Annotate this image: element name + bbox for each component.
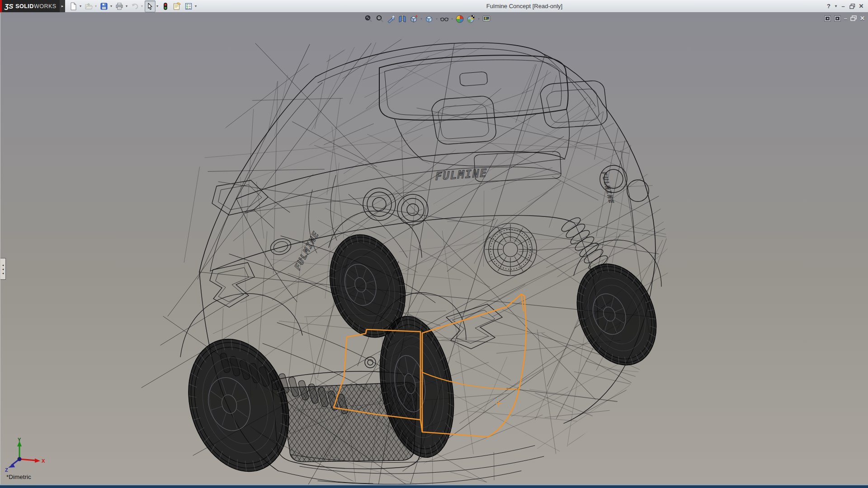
- solidworks-logo: ƷS SOLIDWORKS: [0, 0, 60, 12]
- help-button[interactable]: ?: [825, 2, 833, 11]
- previous-view-button[interactable]: [386, 14, 396, 24]
- svg-text:FULMINE: FULMINE: [600, 172, 616, 204]
- section-view-icon: [398, 14, 407, 23]
- tile-right-button[interactable]: [834, 15, 841, 22]
- options-icon: [184, 2, 193, 10]
- tile-left-icon: [824, 15, 831, 22]
- restore-button[interactable]: [848, 2, 856, 11]
- logo-text-light: WORKS: [34, 3, 57, 9]
- doc-minimize-button[interactable]: –: [844, 15, 847, 22]
- undo-button[interactable]: [129, 0, 140, 12]
- zoom-to-fit-button[interactable]: [363, 14, 373, 24]
- select-button[interactable]: [145, 0, 156, 12]
- rebuild-traffic-light-icon: [161, 2, 170, 10]
- minimize-button[interactable]: –: [839, 2, 847, 11]
- solidworks-logo-glyph: ƷS: [5, 2, 13, 10]
- collapsed-panel-tab[interactable]: ◂ ◂ ◂: [0, 258, 6, 280]
- doc-restore-button[interactable]: [850, 15, 857, 21]
- undo-dropdown-arrow[interactable]: ▾: [141, 4, 144, 8]
- print-icon: [115, 2, 123, 10]
- menu-expand-arrow[interactable]: ▸: [60, 0, 65, 12]
- doc-close-button[interactable]: ✕: [860, 15, 865, 22]
- main-toolbar: ▾ ▾ ▾: [68, 0, 198, 12]
- appearance-ball-icon: [455, 14, 464, 23]
- triad-z-label: Z: [5, 467, 8, 473]
- options-dropdown-arrow[interactable]: ▾: [194, 4, 198, 8]
- open-dropdown-arrow[interactable]: ▾: [94, 4, 98, 8]
- triad-y-label: Y: [18, 437, 21, 442]
- window-controls: ? ▾ – ✕: [825, 0, 865, 12]
- close-button[interactable]: ✕: [857, 2, 865, 11]
- print-dropdown-arrow[interactable]: ▾: [125, 4, 129, 8]
- edit-appearance-button[interactable]: [455, 14, 465, 24]
- restore-icon: [849, 4, 855, 9]
- document-window-controls: – ✕: [824, 15, 865, 22]
- collapse-arrow-icon: ◂: [2, 263, 4, 267]
- new-document-button[interactable]: [68, 0, 79, 12]
- svg-text:FULMINE: FULMINE: [434, 166, 488, 183]
- open-button[interactable]: [83, 0, 94, 12]
- title-bar: ƷS SOLIDWORKS ▸ ▾ ▾: [0, 0, 868, 13]
- new-document-icon: [69, 2, 77, 10]
- graphics-viewport[interactable]: FULMINEFULMINEFULMINE: [0, 13, 868, 484]
- save-icon: [100, 2, 108, 10]
- zoom-to-area-button[interactable]: [375, 14, 385, 24]
- tile-right-icon: [834, 15, 841, 22]
- view-orientation-icon: [409, 14, 418, 23]
- toolbar-separator: ▾: [477, 14, 480, 24]
- rebuild-button[interactable]: [160, 0, 171, 12]
- view-orientation-label: *Dimetric: [6, 474, 31, 480]
- toolbar-separator: ▾: [420, 14, 423, 24]
- help-dropdown-arrow[interactable]: ▾: [834, 2, 838, 11]
- file-properties-icon: [173, 2, 181, 10]
- print-button[interactable]: [114, 0, 125, 12]
- display-style-icon: [425, 14, 434, 23]
- triad-x-label: X: [42, 458, 45, 464]
- wireframe-car-model[interactable]: FULMINEFULMINEFULMINE: [0, 13, 868, 484]
- toolbar-separator: ▾: [451, 14, 453, 24]
- glasses-icon: [440, 14, 449, 23]
- view-settings-button[interactable]: [481, 14, 491, 24]
- section-view-button[interactable]: [397, 14, 407, 24]
- logo-text-bold: SOLID: [15, 3, 34, 9]
- toolbar-separator: ▾: [435, 14, 438, 24]
- svg-text:FULMINE: FULMINE: [293, 228, 321, 273]
- display-style-button[interactable]: [424, 14, 434, 24]
- window-title: Fulmine Concept [Read-only]: [486, 0, 562, 12]
- file-properties-button[interactable]: [171, 0, 183, 12]
- new-dropdown-arrow[interactable]: ▾: [79, 4, 83, 8]
- bottom-edge-bar: [0, 484, 868, 488]
- apply-scene-icon: [467, 14, 476, 23]
- heads-up-view-toolbar: ▾ ▾ ▾: [363, 14, 491, 24]
- apply-scene-button[interactable]: [466, 14, 476, 24]
- view-settings-icon: [482, 14, 491, 23]
- save-button[interactable]: [99, 0, 109, 12]
- zoom-to-area-icon: [375, 14, 384, 23]
- orientation-triad: Y X Z: [2, 437, 47, 473]
- collapse-arrow-icon: ◂: [2, 267, 4, 271]
- options-button[interactable]: [183, 0, 194, 12]
- view-orientation-button[interactable]: [409, 14, 419, 24]
- undo-icon: [131, 2, 139, 10]
- logo-red-strip: [0, 0, 2, 12]
- previous-view-icon: [387, 14, 396, 23]
- collapse-arrow-icon: ◂: [2, 272, 4, 275]
- select-cursor-icon: [146, 2, 154, 10]
- save-dropdown-arrow[interactable]: ▾: [110, 4, 113, 8]
- hide-show-items-button[interactable]: [439, 14, 449, 24]
- select-dropdown-arrow[interactable]: ▾: [156, 4, 160, 8]
- doc-restore-icon: [850, 15, 857, 21]
- zoom-to-fit-icon: [364, 14, 373, 23]
- tile-left-button[interactable]: [824, 15, 831, 22]
- open-icon: [85, 2, 93, 10]
